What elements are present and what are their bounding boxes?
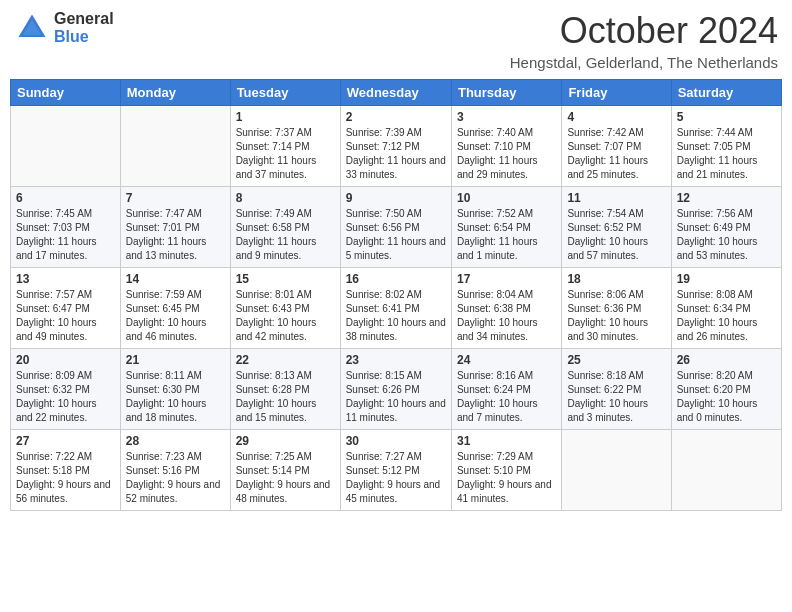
day-number: 30 xyxy=(346,434,446,448)
cell-content: Sunrise: 7:44 AMSunset: 7:05 PMDaylight:… xyxy=(677,126,776,182)
calendar-cell: 3Sunrise: 7:40 AMSunset: 7:10 PMDaylight… xyxy=(451,106,561,187)
day-number: 2 xyxy=(346,110,446,124)
calendar-cell: 5Sunrise: 7:44 AMSunset: 7:05 PMDaylight… xyxy=(671,106,781,187)
calendar-cell: 27Sunrise: 7:22 AMSunset: 5:18 PMDayligh… xyxy=(11,430,121,511)
day-of-week-header: Thursday xyxy=(451,80,561,106)
calendar-cell: 18Sunrise: 8:06 AMSunset: 6:36 PMDayligh… xyxy=(562,268,671,349)
calendar-header-row: SundayMondayTuesdayWednesdayThursdayFrid… xyxy=(11,80,782,106)
cell-content: Sunrise: 8:16 AMSunset: 6:24 PMDaylight:… xyxy=(457,369,556,425)
day-number: 1 xyxy=(236,110,335,124)
cell-content: Sunrise: 7:57 AMSunset: 6:47 PMDaylight:… xyxy=(16,288,115,344)
day-number: 7 xyxy=(126,191,225,205)
calendar-week-row: 13Sunrise: 7:57 AMSunset: 6:47 PMDayligh… xyxy=(11,268,782,349)
calendar-cell: 12Sunrise: 7:56 AMSunset: 6:49 PMDayligh… xyxy=(671,187,781,268)
cell-content: Sunrise: 8:06 AMSunset: 6:36 PMDaylight:… xyxy=(567,288,665,344)
cell-content: Sunrise: 8:15 AMSunset: 6:26 PMDaylight:… xyxy=(346,369,446,425)
day-number: 8 xyxy=(236,191,335,205)
calendar-cell: 29Sunrise: 7:25 AMSunset: 5:14 PMDayligh… xyxy=(230,430,340,511)
calendar-cell: 15Sunrise: 8:01 AMSunset: 6:43 PMDayligh… xyxy=(230,268,340,349)
day-of-week-header: Monday xyxy=(120,80,230,106)
cell-content: Sunrise: 7:29 AMSunset: 5:10 PMDaylight:… xyxy=(457,450,556,506)
day-number: 13 xyxy=(16,272,115,286)
calendar-cell: 13Sunrise: 7:57 AMSunset: 6:47 PMDayligh… xyxy=(11,268,121,349)
day-number: 25 xyxy=(567,353,665,367)
cell-content: Sunrise: 7:52 AMSunset: 6:54 PMDaylight:… xyxy=(457,207,556,263)
day-number: 14 xyxy=(126,272,225,286)
location-title: Hengstdal, Gelderland, The Netherlands xyxy=(510,54,778,71)
calendar-cell: 17Sunrise: 8:04 AMSunset: 6:38 PMDayligh… xyxy=(451,268,561,349)
logo-icon xyxy=(14,10,50,46)
cell-content: Sunrise: 8:11 AMSunset: 6:30 PMDaylight:… xyxy=(126,369,225,425)
cell-content: Sunrise: 7:50 AMSunset: 6:56 PMDaylight:… xyxy=(346,207,446,263)
cell-content: Sunrise: 7:59 AMSunset: 6:45 PMDaylight:… xyxy=(126,288,225,344)
cell-content: Sunrise: 8:18 AMSunset: 6:22 PMDaylight:… xyxy=(567,369,665,425)
day-number: 29 xyxy=(236,434,335,448)
calendar-cell: 14Sunrise: 7:59 AMSunset: 6:45 PMDayligh… xyxy=(120,268,230,349)
cell-content: Sunrise: 7:49 AMSunset: 6:58 PMDaylight:… xyxy=(236,207,335,263)
calendar-week-row: 6Sunrise: 7:45 AMSunset: 7:03 PMDaylight… xyxy=(11,187,782,268)
cell-content: Sunrise: 8:13 AMSunset: 6:28 PMDaylight:… xyxy=(236,369,335,425)
calendar-cell: 4Sunrise: 7:42 AMSunset: 7:07 PMDaylight… xyxy=(562,106,671,187)
day-of-week-header: Wednesday xyxy=(340,80,451,106)
calendar-cell: 21Sunrise: 8:11 AMSunset: 6:30 PMDayligh… xyxy=(120,349,230,430)
calendar-table: SundayMondayTuesdayWednesdayThursdayFrid… xyxy=(10,79,782,511)
calendar-cell: 28Sunrise: 7:23 AMSunset: 5:16 PMDayligh… xyxy=(120,430,230,511)
calendar-week-row: 1Sunrise: 7:37 AMSunset: 7:14 PMDaylight… xyxy=(11,106,782,187)
day-number: 10 xyxy=(457,191,556,205)
calendar-cell: 9Sunrise: 7:50 AMSunset: 6:56 PMDaylight… xyxy=(340,187,451,268)
day-of-week-header: Sunday xyxy=(11,80,121,106)
calendar-cell: 7Sunrise: 7:47 AMSunset: 7:01 PMDaylight… xyxy=(120,187,230,268)
day-of-week-header: Tuesday xyxy=(230,80,340,106)
calendar-cell: 1Sunrise: 7:37 AMSunset: 7:14 PMDaylight… xyxy=(230,106,340,187)
calendar-cell: 10Sunrise: 7:52 AMSunset: 6:54 PMDayligh… xyxy=(451,187,561,268)
day-number: 5 xyxy=(677,110,776,124)
calendar-cell: 8Sunrise: 7:49 AMSunset: 6:58 PMDaylight… xyxy=(230,187,340,268)
cell-content: Sunrise: 7:27 AMSunset: 5:12 PMDaylight:… xyxy=(346,450,446,506)
day-number: 28 xyxy=(126,434,225,448)
day-number: 19 xyxy=(677,272,776,286)
cell-content: Sunrise: 7:42 AMSunset: 7:07 PMDaylight:… xyxy=(567,126,665,182)
calendar-cell: 26Sunrise: 8:20 AMSunset: 6:20 PMDayligh… xyxy=(671,349,781,430)
calendar-cell: 31Sunrise: 7:29 AMSunset: 5:10 PMDayligh… xyxy=(451,430,561,511)
day-number: 26 xyxy=(677,353,776,367)
day-number: 16 xyxy=(346,272,446,286)
logo-general: General xyxy=(54,10,114,28)
cell-content: Sunrise: 8:02 AMSunset: 6:41 PMDaylight:… xyxy=(346,288,446,344)
logo: General Blue xyxy=(14,10,114,46)
calendar-cell: 24Sunrise: 8:16 AMSunset: 6:24 PMDayligh… xyxy=(451,349,561,430)
cell-content: Sunrise: 7:54 AMSunset: 6:52 PMDaylight:… xyxy=(567,207,665,263)
day-number: 9 xyxy=(346,191,446,205)
logo-blue: Blue xyxy=(54,28,114,46)
day-number: 22 xyxy=(236,353,335,367)
day-of-week-header: Saturday xyxy=(671,80,781,106)
calendar-cell: 23Sunrise: 8:15 AMSunset: 6:26 PMDayligh… xyxy=(340,349,451,430)
calendar-cell: 20Sunrise: 8:09 AMSunset: 6:32 PMDayligh… xyxy=(11,349,121,430)
calendar-cell xyxy=(11,106,121,187)
day-number: 6 xyxy=(16,191,115,205)
cell-content: Sunrise: 7:40 AMSunset: 7:10 PMDaylight:… xyxy=(457,126,556,182)
calendar-cell: 6Sunrise: 7:45 AMSunset: 7:03 PMDaylight… xyxy=(11,187,121,268)
cell-content: Sunrise: 7:23 AMSunset: 5:16 PMDaylight:… xyxy=(126,450,225,506)
day-number: 21 xyxy=(126,353,225,367)
calendar-cell: 11Sunrise: 7:54 AMSunset: 6:52 PMDayligh… xyxy=(562,187,671,268)
day-number: 3 xyxy=(457,110,556,124)
calendar-cell: 30Sunrise: 7:27 AMSunset: 5:12 PMDayligh… xyxy=(340,430,451,511)
title-block: October 2024 Hengstdal, Gelderland, The … xyxy=(510,10,778,71)
calendar-cell xyxy=(120,106,230,187)
cell-content: Sunrise: 7:22 AMSunset: 5:18 PMDaylight:… xyxy=(16,450,115,506)
calendar-cell: 22Sunrise: 8:13 AMSunset: 6:28 PMDayligh… xyxy=(230,349,340,430)
calendar-week-row: 27Sunrise: 7:22 AMSunset: 5:18 PMDayligh… xyxy=(11,430,782,511)
day-number: 12 xyxy=(677,191,776,205)
cell-content: Sunrise: 8:04 AMSunset: 6:38 PMDaylight:… xyxy=(457,288,556,344)
day-number: 20 xyxy=(16,353,115,367)
cell-content: Sunrise: 7:47 AMSunset: 7:01 PMDaylight:… xyxy=(126,207,225,263)
calendar-cell: 25Sunrise: 8:18 AMSunset: 6:22 PMDayligh… xyxy=(562,349,671,430)
day-number: 27 xyxy=(16,434,115,448)
cell-content: Sunrise: 7:25 AMSunset: 5:14 PMDaylight:… xyxy=(236,450,335,506)
cell-content: Sunrise: 8:01 AMSunset: 6:43 PMDaylight:… xyxy=(236,288,335,344)
cell-content: Sunrise: 8:20 AMSunset: 6:20 PMDaylight:… xyxy=(677,369,776,425)
day-number: 24 xyxy=(457,353,556,367)
page-header: General Blue October 2024 Hengstdal, Gel… xyxy=(10,10,782,71)
day-number: 11 xyxy=(567,191,665,205)
cell-content: Sunrise: 8:08 AMSunset: 6:34 PMDaylight:… xyxy=(677,288,776,344)
